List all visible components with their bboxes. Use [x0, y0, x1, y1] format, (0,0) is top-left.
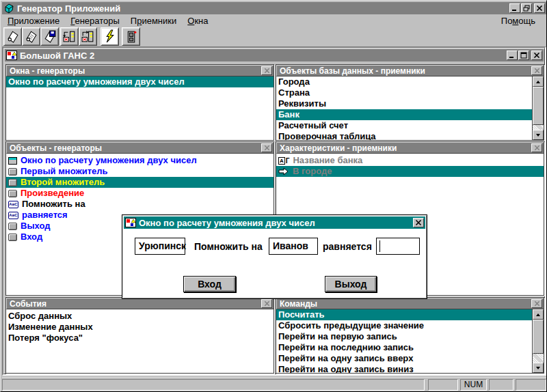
child-maximize-icon[interactable] — [518, 51, 529, 60]
exit-button[interactable]: Выход — [325, 276, 377, 292]
dialog-icon — [125, 218, 136, 227]
scrollbar-thumb[interactable] — [533, 320, 544, 354]
close-icon[interactable] — [534, 3, 545, 13]
run-button[interactable] — [101, 27, 119, 46]
equals-label: равняется — [323, 241, 372, 252]
save-application-button[interactable] — [40, 27, 59, 46]
scroll-up-icon[interactable] — [533, 76, 544, 87]
list-item[interactable]: Перейти на одну запись вверх — [276, 353, 532, 364]
scroll-up-icon[interactable] — [533, 309, 544, 320]
toolbar — [2, 27, 546, 46]
list-item[interactable]: Перейти на последнию запись — [276, 342, 532, 353]
pane-header[interactable]: Окна - генераторы — [6, 65, 274, 76]
pane-close-icon[interactable] — [531, 66, 542, 75]
list-item[interactable]: Сброс данных — [6, 311, 274, 322]
pane-close-icon[interactable] — [261, 66, 272, 75]
menu-generators[interactable]: Генераторы — [65, 15, 125, 27]
list-item[interactable]: Банк — [276, 109, 532, 120]
pane-header[interactable]: Объекты базы данных - приемники — [276, 65, 544, 76]
list-item[interactable]: Окно по расчету умножения двух чисел — [6, 76, 274, 87]
pane-title: Окна - генераторы — [10, 66, 261, 76]
pane-header[interactable]: События — [6, 298, 274, 309]
list-item[interactable]: Произведение — [6, 188, 274, 199]
window-title: Генератор Приложений — [17, 3, 509, 14]
generator-export-icon — [81, 29, 95, 44]
pane-title: Объекты - генераторы — [10, 143, 261, 153]
project-window: Большой ГАНС 2 Окна - генераторы Окно по… — [3, 48, 545, 374]
edit-field-icon — [8, 168, 17, 176]
dialog-body: Урюпинск Помножить на Иванов равняется В… — [124, 229, 425, 297]
generator-export-button[interactable] — [79, 27, 97, 46]
list-item[interactable]: В городе — [276, 166, 544, 177]
menu-application[interactable]: Приложение — [2, 15, 65, 27]
list-item[interactable]: Расчетный счет — [276, 120, 532, 131]
list-item[interactable]: Проверочная таблица — [276, 131, 532, 140]
multiplicand-field[interactable]: Урюпинск — [135, 238, 185, 255]
list-item[interactable]: Перейти на первую запись — [276, 331, 532, 342]
list-item[interactable]: Потеря "фокуса" — [6, 333, 274, 344]
pane-header[interactable]: Характеристики - приемники — [276, 142, 544, 154]
list-item[interactable]: Второй множитель — [6, 177, 274, 188]
list-item[interactable]: АвСПомножить на — [6, 199, 274, 210]
pane-close-icon[interactable] — [531, 299, 542, 308]
dialog-title-bar[interactable]: Окно по расчету умножения двух чисел — [124, 216, 425, 229]
child-close-icon[interactable] — [531, 51, 542, 60]
pane-title: События — [10, 299, 261, 309]
title-bar: Генератор Приложений — [2, 2, 546, 14]
project-icon — [6, 51, 17, 60]
menu-help[interactable]: Помощь — [496, 14, 541, 27]
new-scroll-icon — [5, 29, 20, 44]
open-application-button[interactable] — [22, 27, 40, 46]
generator-import-button[interactable] — [60, 27, 79, 46]
child-minimize-icon[interactable] — [507, 51, 518, 60]
list-item[interactable]: Реквизиты — [276, 98, 532, 109]
pane-header[interactable]: Команды — [276, 298, 544, 309]
vertical-scrollbar[interactable] — [532, 76, 544, 140]
pane-list: Сброс данных Изменение данных Потеря "фо… — [6, 309, 274, 373]
list-item[interactable]: Страна — [276, 87, 532, 98]
pane-header[interactable]: Объекты - генераторы — [6, 142, 274, 154]
pane-close-icon[interactable] — [261, 299, 272, 308]
pane-close-icon[interactable] — [531, 143, 542, 152]
project-title-bar: Большой ГАНС 2 — [5, 49, 544, 61]
restore-icon[interactable] — [521, 3, 532, 13]
project-window-title: Большой ГАНС 2 — [20, 51, 506, 61]
new-application-button[interactable] — [3, 27, 22, 46]
status-panel — [516, 379, 546, 391]
menu-receivers[interactable]: Приемники — [125, 15, 182, 27]
pane-list: Посчитать Сбросить предыдущие значение П… — [276, 309, 532, 373]
edit-field-icon — [8, 179, 17, 186]
pane-title: Команды — [280, 299, 531, 309]
pane-close-icon[interactable] — [261, 143, 272, 152]
list-item[interactable]: АГНазвание банка — [276, 155, 544, 166]
pane-list: Города Страна Реквизиты Банк Расчетный с… — [276, 76, 532, 140]
scrollbar-thumb[interactable] — [533, 87, 544, 125]
run-lightning-icon — [103, 29, 117, 44]
minimize-icon[interactable] — [509, 3, 520, 13]
status-panel — [489, 379, 513, 391]
dialog-close-icon[interactable] — [413, 218, 424, 227]
scroll-down-icon[interactable] — [533, 130, 544, 140]
multiplier-field[interactable]: Иванов — [269, 238, 318, 255]
scroll-down-icon[interactable] — [533, 363, 544, 373]
list-item[interactable]: Окно по расчету умножения двух чисел — [6, 155, 274, 166]
edit-field-icon — [8, 190, 17, 197]
arrow-right-icon — [278, 167, 289, 176]
button-icon — [8, 234, 17, 241]
vertical-scrollbar[interactable] — [532, 309, 544, 373]
list-item[interactable]: Посчитать — [276, 309, 532, 320]
enter-button[interactable]: Вход — [183, 276, 236, 292]
application-window: Генератор Приложений Приложение Генерато… — [0, 0, 547, 392]
menu-windows[interactable]: Окна — [182, 15, 213, 27]
num-lock-indicator: NUM — [460, 379, 487, 391]
list-item[interactable]: Изменение данных — [6, 322, 274, 333]
list-item[interactable]: Первый множитель — [6, 166, 274, 177]
pane-title: Объекты базы данных - приемники — [280, 66, 531, 76]
text-caret — [379, 240, 380, 252]
list-item[interactable]: Перейти на одну запись виниз — [276, 364, 532, 373]
list-item[interactable]: Сбросить предыдущие значение — [276, 320, 532, 331]
open-scroll-icon — [24, 29, 38, 44]
list-item[interactable]: Города — [276, 76, 532, 87]
exit-button[interactable] — [122, 27, 140, 46]
result-field[interactable] — [376, 238, 420, 255]
